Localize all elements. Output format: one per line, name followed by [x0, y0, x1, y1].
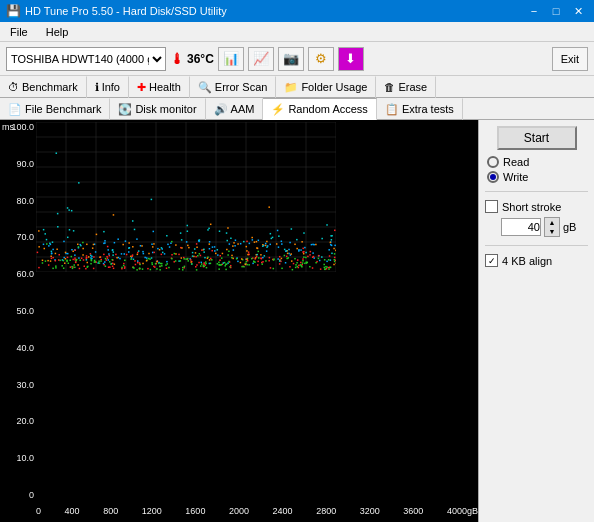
x-axis-label: 2400	[273, 506, 293, 516]
minimize-button[interactable]: −	[524, 3, 544, 19]
x-axis-label: 3200	[360, 506, 380, 516]
radio-read[interactable]: Read	[487, 156, 588, 168]
tab-benchmark[interactable]: ⏱ Benchmark	[0, 76, 87, 98]
drive-select[interactable]: TOSHIBA HDWT140 (4000 gB)	[6, 47, 166, 71]
aam-icon: 🔊	[214, 103, 228, 116]
error-scan-icon: 🔍	[198, 81, 212, 94]
radio-write[interactable]: Write	[487, 171, 588, 183]
toolbar-btn-3[interactable]: 📷	[278, 47, 304, 71]
x-axis-label: 1600	[185, 506, 205, 516]
extra-tests-icon: 📋	[385, 103, 399, 116]
y-axis-label: 10.0	[2, 453, 34, 463]
y-axis-label: 50.0	[2, 306, 34, 316]
tab-health[interactable]: ✚ Health	[129, 76, 190, 98]
disk-monitor-icon: 💽	[118, 103, 132, 116]
spinbox-arrows: ▲ ▼	[544, 217, 560, 237]
close-button[interactable]: ✕	[568, 3, 588, 19]
toolbar-btn-5[interactable]: ⬇	[338, 47, 364, 71]
tabs-row-2: 📄 File Benchmark 💽 Disk monitor 🔊 AAM ⚡ …	[0, 98, 594, 120]
x-axis-label: 400	[65, 506, 80, 516]
menu-help[interactable]: Help	[42, 25, 73, 39]
x-axis-label: 800	[103, 506, 118, 516]
title-bar-controls: − □ ✕	[524, 3, 588, 19]
exit-button[interactable]: Exit	[552, 47, 588, 71]
right-panel: Start Read Write Short stroke ▲ ▼	[479, 120, 594, 522]
title-bar-left: 💾 HD Tune Pro 5.50 - Hard Disk/SSD Utili…	[6, 4, 227, 18]
tab-folder-usage[interactable]: 📁 Folder Usage	[276, 76, 376, 98]
erase-icon: 🗑	[384, 81, 395, 93]
spin-up-button[interactable]: ▲	[545, 218, 559, 227]
y-axis-label: 30.0	[2, 380, 34, 390]
y-axis-label: 90.0	[2, 159, 34, 169]
title-bar: 💾 HD Tune Pro 5.50 - Hard Disk/SSD Utili…	[0, 0, 594, 22]
chart-canvas	[36, 122, 336, 272]
short-stroke-item: Short stroke	[485, 200, 588, 213]
benchmark-icon: ⏱	[8, 81, 19, 93]
tab-aam[interactable]: 🔊 AAM	[206, 98, 264, 120]
divider-1	[485, 191, 588, 192]
file-benchmark-icon: 📄	[8, 103, 22, 116]
health-icon: ✚	[137, 81, 146, 94]
x-axis-label: 2000	[229, 506, 249, 516]
toolbar-btn-2[interactable]: 📈	[248, 47, 274, 71]
app-icon: 💾	[6, 4, 21, 18]
thermometer-icon: 🌡	[170, 51, 184, 67]
gb-label: gB	[563, 221, 576, 233]
info-icon: ℹ	[95, 81, 99, 94]
tab-erase[interactable]: 🗑 Erase	[376, 76, 436, 98]
folder-icon: 📁	[284, 81, 298, 94]
y-axis-label: 60.0	[2, 269, 34, 279]
tab-error-scan[interactable]: 🔍 Error Scan	[190, 76, 277, 98]
spin-down-button[interactable]: ▼	[545, 227, 559, 236]
ms-label: ms	[2, 122, 14, 132]
y-axis: 100.090.080.070.060.050.040.030.020.010.…	[0, 120, 36, 502]
short-stroke-checkbox[interactable]	[485, 200, 498, 213]
menu-bar: File Help	[0, 22, 594, 42]
align-item: 4 KB align	[485, 254, 588, 267]
checkbox-group: Short stroke ▲ ▼ gB	[485, 200, 588, 237]
tab-disk-monitor[interactable]: 💽 Disk monitor	[110, 98, 205, 120]
tabs-row-1: ⏱ Benchmark ℹ Info ✚ Health 🔍 Error Scan…	[0, 76, 594, 98]
temperature-value: 36°C	[187, 52, 214, 66]
chart-area: ms 100.090.080.070.060.050.040.030.020.0…	[0, 120, 479, 522]
radio-group: Read Write	[487, 156, 588, 183]
divider-2	[485, 245, 588, 246]
y-axis-label: 70.0	[2, 232, 34, 242]
temperature-display: 🌡 36°C	[170, 51, 214, 67]
spinbox-row: ▲ ▼ gB	[501, 217, 588, 237]
main-area: ms 100.090.080.070.060.050.040.030.020.0…	[0, 120, 594, 522]
x-axis-label: 3600	[403, 506, 423, 516]
toolbar-btn-4[interactable]: ⚙	[308, 47, 334, 71]
x-axis-label: 1200	[142, 506, 162, 516]
toolbar-btn-1[interactable]: 📊	[218, 47, 244, 71]
x-axis-label: 0	[36, 506, 41, 516]
x-axis: 040080012001600200024002800320036004000g…	[36, 504, 478, 522]
random-access-icon: ⚡	[271, 103, 285, 116]
x-axis-label: 2800	[316, 506, 336, 516]
start-button[interactable]: Start	[497, 126, 577, 150]
menu-file[interactable]: File	[6, 25, 32, 39]
radio-read-circle	[487, 156, 499, 168]
y-axis-label: 20.0	[2, 416, 34, 426]
align-checkbox[interactable]	[485, 254, 498, 267]
stroke-spinbox[interactable]	[501, 218, 541, 236]
tab-random-access[interactable]: ⚡ Random Access	[263, 98, 376, 120]
title-bar-text: HD Tune Pro 5.50 - Hard Disk/SSD Utility	[25, 5, 227, 17]
tab-extra-tests[interactable]: 📋 Extra tests	[377, 98, 463, 120]
y-axis-label: 80.0	[2, 196, 34, 206]
toolbar: TOSHIBA HDWT140 (4000 gB) 🌡 36°C 📊 📈 📷 ⚙…	[0, 42, 594, 76]
x-axis-label: 4000gB	[447, 506, 478, 516]
radio-write-circle	[487, 171, 499, 183]
y-axis-label: 40.0	[2, 343, 34, 353]
tab-info[interactable]: ℹ Info	[87, 76, 129, 98]
tab-file-benchmark[interactable]: 📄 File Benchmark	[0, 98, 110, 120]
y-axis-label: 0	[2, 490, 34, 500]
maximize-button[interactable]: □	[546, 3, 566, 19]
